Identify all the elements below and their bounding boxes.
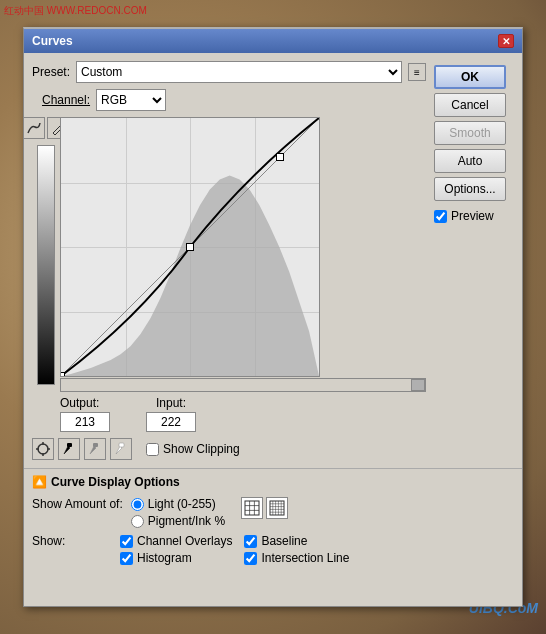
curve-options-panel: 🔼 Curve Display Options Show Amount of: … [24,468,522,577]
dialog-body: Preset: Custom ≡ Channel: RGB [24,53,522,468]
show-col-2: Baseline Intersection Line [244,534,349,565]
histogram-label: Histogram [137,551,192,565]
black-eyedropper-button[interactable] [58,438,80,460]
preset-menu-icon[interactable]: ≡ [408,63,426,81]
svg-rect-7 [67,443,72,447]
baseline-item: Baseline [244,534,349,548]
auto-button[interactable]: Auto [434,149,506,173]
svg-rect-10 [245,501,259,515]
histogram-item: Histogram [120,551,232,565]
output-input-row: Output: Input: [60,396,426,432]
light-radio-item: Light (0-255) [131,497,225,511]
channel-row: Channel: RGB [32,89,426,111]
curves-dialog: Curves ✕ Preset: Custom ≡ Channel: RGB [23,27,523,607]
input-section: Input: [146,396,196,432]
curve-canvas[interactable] [60,117,320,377]
title-bar: Curves ✕ [24,29,522,53]
curve-point-3[interactable] [276,153,284,161]
intersection-line-label: Intersection Line [261,551,349,565]
show-amount-label: Show Amount of: [32,497,123,511]
channel-label: Channel: [42,93,90,107]
input-label: Input: [146,396,196,410]
histogram-checkbox[interactable] [120,552,133,565]
svg-rect-9 [119,443,124,447]
channel-overlays-label: Channel Overlays [137,534,232,548]
curve-area: Output: Input: [32,117,426,432]
curve-tool-button[interactable] [23,117,45,139]
hand-tool-button[interactable] [32,438,54,460]
curve-display-options-title: Curve Display Options [51,475,180,489]
grid-4-button[interactable] [241,497,263,519]
intersection-line-checkbox[interactable] [244,552,257,565]
show-label: Show: [32,534,112,548]
preview-row: Preview [434,209,514,223]
dialog-title: Curves [32,34,73,48]
channel-overlays-checkbox[interactable] [120,535,133,548]
preset-select[interactable]: Custom [76,61,402,83]
horizontal-scrollbar[interactable] [60,378,426,392]
curve-point-2[interactable] [186,243,194,251]
svg-rect-15 [270,501,284,515]
cancel-button[interactable]: Cancel [434,93,506,117]
output-section: Output: [60,396,110,432]
show-section: Channel Overlays Histogram Baseline Inte… [120,534,349,565]
gray-eyedropper-button[interactable] [84,438,106,460]
show-amount-radio-group: Light (0-255) Pigment/Ink % [131,497,225,528]
right-panel: OK Cancel Smooth Auto Options... Preview [434,61,514,460]
preset-label: Preset: [32,65,70,79]
input-input[interactable] [146,412,196,432]
show-clipping-label: Show Clipping [163,442,240,456]
eyedropper-row: Show Clipping [32,438,426,460]
white-eyedropper-button[interactable] [110,438,132,460]
show-clipping-section: Show Clipping [146,442,240,456]
curve-options-header: 🔼 Curve Display Options [32,475,514,489]
curve-canvas-wrapper: Output: Input: [60,117,426,432]
show-col-1: Channel Overlays Histogram [120,534,232,565]
svg-point-2 [38,444,48,454]
grid-icons [241,497,288,519]
curve-point-1[interactable] [60,372,65,377]
ok-button[interactable]: OK [434,65,506,89]
preset-row: Preset: Custom ≡ [32,61,426,83]
show-clipping-checkbox[interactable] [146,443,159,456]
pigment-radio[interactable] [131,515,144,528]
pigment-radio-item: Pigment/Ink % [131,514,225,528]
close-button[interactable]: ✕ [498,34,514,48]
scrollbar-thumb[interactable] [411,379,425,391]
smooth-button[interactable]: Smooth [434,121,506,145]
show-row: Show: Channel Overlays Histogram Bas [32,534,514,565]
svg-rect-8 [93,443,98,447]
gradient-strip [37,145,55,385]
output-label: Output: [60,396,110,410]
channel-select[interactable]: RGB [96,89,166,111]
show-amount-row: Show Amount of: Light (0-255) Pigment/In… [32,497,514,528]
baseline-checkbox[interactable] [244,535,257,548]
output-input[interactable] [60,412,110,432]
grid-10-button[interactable] [266,497,288,519]
light-radio[interactable] [131,498,144,511]
baseline-label: Baseline [261,534,307,548]
left-panel: Preset: Custom ≡ Channel: RGB [32,61,426,460]
watermark: 红动中国 WWW.REDOCN.COM [4,4,147,18]
pigment-label: Pigment/Ink % [148,514,225,528]
preview-label: Preview [451,209,494,223]
options-button[interactable]: Options... [434,177,506,201]
left-tools [32,117,60,432]
collapse-icon[interactable]: 🔼 [32,475,47,489]
preview-checkbox[interactable] [434,210,447,223]
channel-overlays-item: Channel Overlays [120,534,232,548]
light-label: Light (0-255) [148,497,216,511]
intersection-line-item: Intersection Line [244,551,349,565]
